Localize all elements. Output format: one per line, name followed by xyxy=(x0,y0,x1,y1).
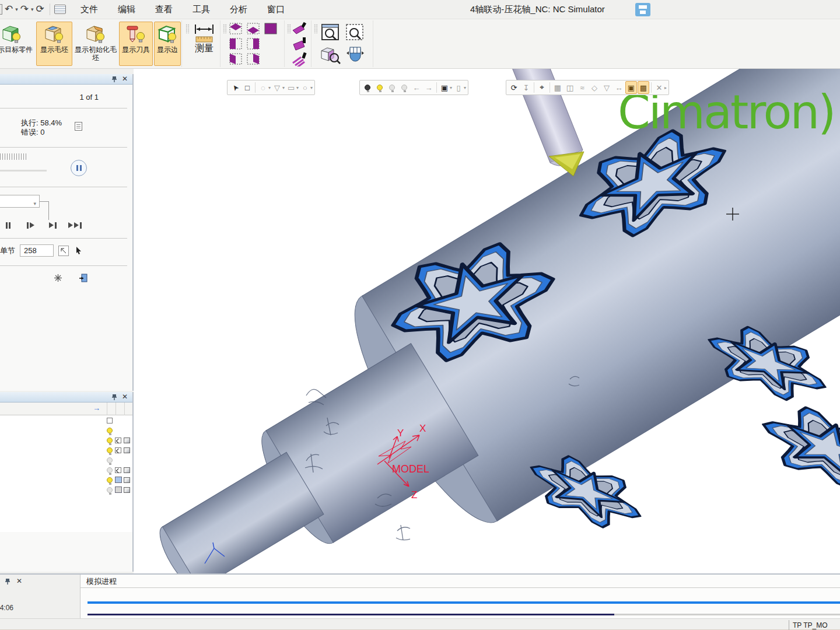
clear-icon[interactable]: ✕ xyxy=(653,81,665,94)
exit-door-icon[interactable] xyxy=(79,274,88,282)
tree-row[interactable] xyxy=(0,415,132,425)
pause-playback-button[interactable] xyxy=(1,219,15,232)
visibility-bulb-on-icon[interactable] xyxy=(107,447,113,453)
show-tool-button[interactable]: 显示刀具 xyxy=(119,22,153,66)
measure-distance-icon[interactable]: ↔ xyxy=(613,81,625,94)
lasso-select-icon[interactable]: ○ xyxy=(299,81,311,94)
stock-view-icon[interactable]: ◫ xyxy=(564,81,576,94)
visibility-bulb-on-icon[interactable] xyxy=(107,428,113,433)
triad-icon[interactable]: ⌖ xyxy=(536,81,548,94)
pick-cursor-icon[interactable] xyxy=(74,246,84,256)
select-box-icon[interactable]: □ xyxy=(242,81,253,94)
gouge-check-icon[interactable]: ≈ xyxy=(576,81,588,94)
chevron-down-icon[interactable]: ▾ xyxy=(450,85,452,90)
show-stock-button[interactable]: 显示毛坯 xyxy=(36,22,72,66)
close-icon[interactable]: ✕ xyxy=(122,75,128,83)
undo-caret-icon[interactable]: ▾ xyxy=(15,6,18,12)
report-icon[interactable] xyxy=(75,122,82,131)
group-handle[interactable] xyxy=(287,24,291,33)
menu-file[interactable]: 文件 xyxy=(77,2,102,18)
compare-icon[interactable]: ▦ xyxy=(552,81,564,94)
menu-window[interactable]: 窗口 xyxy=(264,2,288,18)
arrow-left-icon[interactable]: ← xyxy=(411,81,422,94)
show-solid-icon[interactable]: ▣ xyxy=(439,81,450,94)
section-icon[interactable]: ▽ xyxy=(601,81,612,94)
step-forward-button[interactable] xyxy=(23,219,37,232)
show-init-stock-button[interactable]: 显示初始化毛坯 xyxy=(74,22,118,66)
trajectory-icon[interactable] xyxy=(115,447,121,453)
rotate-view-icon[interactable]: ⟳ xyxy=(508,81,520,94)
tree-row[interactable] xyxy=(0,435,132,445)
pin-icon[interactable] xyxy=(111,76,117,83)
arrow-right-icon[interactable]: → xyxy=(423,81,435,94)
chevron-down-icon[interactable]: ▾ xyxy=(464,85,466,90)
3d-viewport[interactable]: Y X MODEL Z Cimatron) ➤ □ ◌▾ ▽▾ ▭▾ ○▾ xyxy=(134,69,840,573)
pause-button[interactable] xyxy=(71,160,87,176)
visibility-bulb-off-icon[interactable] xyxy=(107,467,113,473)
tree-row[interactable] xyxy=(0,465,132,475)
tree-row[interactable] xyxy=(0,485,132,495)
measure-button[interactable]: 测量 xyxy=(191,23,217,55)
goto-block-icon[interactable] xyxy=(58,246,69,256)
color-swatch[interactable] xyxy=(115,477,122,483)
pin-icon[interactable] xyxy=(5,578,10,585)
tree-row[interactable] xyxy=(0,445,132,455)
show-edges-button[interactable]: 显示边 xyxy=(154,22,181,66)
group-handle[interactable] xyxy=(314,24,318,33)
menu-view[interactable]: 查看 xyxy=(152,2,176,18)
bulb-on-icon[interactable] xyxy=(374,81,386,94)
next-block-button[interactable] xyxy=(46,219,60,232)
solid-icon[interactable] xyxy=(124,477,130,483)
select-blob-icon[interactable]: ◌ xyxy=(257,81,269,94)
expand-icon[interactable]: ▸ xyxy=(664,85,667,90)
menu-edit[interactable]: 编辑 xyxy=(114,2,139,18)
select-cursor-icon[interactable]: ➤ xyxy=(229,81,241,94)
solid-icon[interactable] xyxy=(124,438,130,443)
chevron-down-icon[interactable]: ▾ xyxy=(282,85,285,90)
redo-icon[interactable]: ↷ xyxy=(19,2,30,16)
mode-dropdown[interactable]: 单节 ▾ xyxy=(0,195,40,208)
chevron-down-icon[interactable]: ▾ xyxy=(310,85,313,90)
speed-slider[interactable] xyxy=(0,170,47,172)
group-handle[interactable] xyxy=(223,24,227,33)
close-icon[interactable]: ✕ xyxy=(122,393,128,401)
trajectory-icon[interactable] xyxy=(115,438,121,443)
trajectory-icon[interactable] xyxy=(115,467,121,473)
solid-icon[interactable] xyxy=(124,467,130,473)
filter-icon[interactable]: ▽ xyxy=(271,81,283,94)
list-view-icon[interactable] xyxy=(54,5,66,14)
tree-row[interactable] xyxy=(0,455,132,465)
tree-row[interactable] xyxy=(0,425,132,435)
pin-icon[interactable] xyxy=(111,394,117,401)
save-icon[interactable] xyxy=(635,3,650,16)
chevron-down-icon[interactable]: ▾ xyxy=(268,85,271,90)
bulb-dark-icon[interactable] xyxy=(362,81,373,94)
marquee-select-icon[interactable]: ▭ xyxy=(285,81,297,94)
solid-icon[interactable] xyxy=(124,487,130,493)
redo-caret-icon[interactable]: ▾ xyxy=(31,6,34,12)
visibility-bulb-on-icon[interactable] xyxy=(107,438,113,443)
bulb-off-icon[interactable] xyxy=(386,81,398,94)
show-target-part-button[interactable]: 显示目标零件 xyxy=(0,22,34,66)
apply-arrow-icon[interactable]: → xyxy=(93,404,100,412)
close-icon[interactable]: ✕ xyxy=(16,577,22,585)
clipped-icon[interactable] xyxy=(0,4,2,15)
menu-tools[interactable]: 工具 xyxy=(189,2,214,18)
sync-icon[interactable]: ⟳ xyxy=(35,2,46,16)
zoom-window-icon[interactable] xyxy=(321,23,341,43)
analysis-icon[interactable]: ◇ xyxy=(589,81,600,94)
pin-tool-icon[interactable]: ↧ xyxy=(520,81,532,94)
zoom-fit-icon[interactable] xyxy=(320,45,341,65)
show-cylinder-icon[interactable]: ▯ xyxy=(453,81,464,94)
checkbox[interactable] xyxy=(107,418,113,424)
group-handle[interactable] xyxy=(186,24,190,33)
color-swatch[interactable] xyxy=(115,487,122,493)
mouse-settings-icon[interactable] xyxy=(345,45,365,65)
material-view-icon[interactable]: ▩ xyxy=(638,81,649,94)
solid-icon[interactable] xyxy=(124,447,130,453)
menu-analysis[interactable]: 分析 xyxy=(226,2,251,18)
chevron-down-icon[interactable]: ▾ xyxy=(296,85,299,90)
block-number-input[interactable] xyxy=(20,244,54,257)
visibility-bulb-on-icon[interactable] xyxy=(107,477,113,483)
visibility-bulb-off-icon[interactable] xyxy=(107,487,113,493)
